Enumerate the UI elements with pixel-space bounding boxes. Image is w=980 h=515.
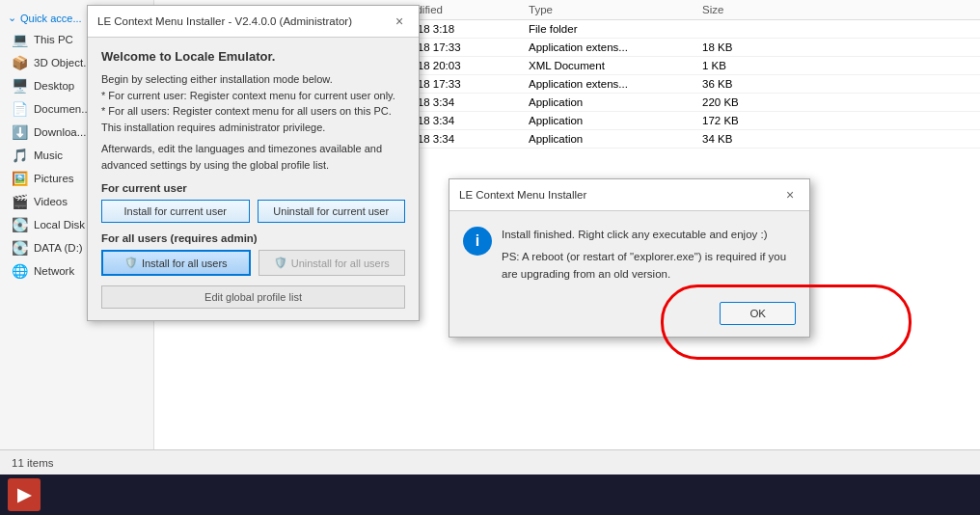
main-dialog-heading: Welcome to Locale Emulator. bbox=[101, 49, 405, 64]
info-text: Install finished. Right click any execut… bbox=[502, 227, 796, 283]
sidebar-thispc-label: This PC bbox=[34, 34, 73, 45]
info-message2: PS: A reboot (or restart of "explorer.ex… bbox=[502, 249, 796, 283]
shield-icon: 🛡️ bbox=[124, 257, 138, 269]
music-icon: 🎵 bbox=[12, 148, 28, 163]
downloads-icon: ⬇️ bbox=[12, 124, 28, 140]
localdisk-icon: 💽 bbox=[12, 217, 28, 232]
main-dialog-titlebar: LE Context Menu Installer - V2.4.0.0 (Ad… bbox=[88, 6, 419, 38]
sidebar-documents-label: Documen... bbox=[34, 103, 91, 115]
sidebar-datad-label: DATA (D:) bbox=[34, 242, 83, 254]
3dobjects-icon: 📦 bbox=[12, 55, 28, 70]
documents-icon: 📄 bbox=[12, 101, 28, 117]
videos-icon: 🎬 bbox=[12, 194, 28, 209]
chevron-icon: ⌄ bbox=[8, 12, 16, 24]
info-dialog-footer: OK bbox=[449, 294, 809, 337]
info-dialog-body: i Install finished. Right click any exec… bbox=[449, 211, 809, 294]
status-bar: 11 items bbox=[0, 449, 980, 474]
installer-info-dialog: LE Context Menu Installer × i Install fi… bbox=[449, 178, 810, 338]
network-icon: 🌐 bbox=[12, 263, 28, 279]
taskbar-app-icon[interactable]: ▶ bbox=[8, 478, 41, 511]
install-current-user-button[interactable]: Install for current user bbox=[101, 200, 250, 223]
main-dialog-description2: Afterwards, edit the languages and timez… bbox=[101, 141, 405, 173]
sidebar-downloads-label: Downloa... bbox=[34, 126, 86, 138]
section-current-user-label: For current user bbox=[101, 182, 405, 194]
sidebar-3dobjects-label: 3D Object... bbox=[34, 57, 93, 68]
install-all-users-button[interactable]: 🛡️ Install for all users bbox=[101, 250, 251, 276]
uninstall-current-user-button[interactable]: Uninstall for current user bbox=[258, 200, 406, 223]
datad-icon: 💽 bbox=[12, 240, 28, 256]
sidebar-pictures-label: Pictures bbox=[34, 173, 74, 184]
main-dialog-description: Begin by selecting either installation m… bbox=[101, 71, 405, 135]
sidebar-network-label: Network bbox=[34, 265, 74, 277]
current-user-buttons: Install for current user Uninstall for c… bbox=[101, 200, 405, 223]
col-header-size[interactable]: Size bbox=[702, 4, 799, 15]
main-dialog-body: Welcome to Locale Emulator. Begin by sel… bbox=[88, 38, 419, 320]
edit-profile-button[interactable]: Edit global profile list bbox=[101, 285, 405, 309]
taskbar: ▶ bbox=[0, 474, 980, 515]
desktop-icon: 🖥️ bbox=[12, 78, 28, 94]
sidebar-desktop-label: Desktop bbox=[34, 80, 74, 92]
info-dialog-titlebar: LE Context Menu Installer × bbox=[449, 179, 809, 211]
quick-access-label: Quick acce... bbox=[20, 13, 82, 24]
ok-button[interactable]: OK bbox=[720, 302, 796, 325]
sidebar-videos-label: Videos bbox=[34, 196, 68, 207]
info-message1: Install finished. Right click any execut… bbox=[502, 227, 796, 243]
section-all-users-label: For all users (requires admin) bbox=[101, 232, 405, 244]
main-dialog-close-button[interactable]: × bbox=[390, 12, 409, 31]
thispc-icon: 💻 bbox=[12, 32, 28, 47]
info-icon: i bbox=[463, 227, 492, 256]
main-dialog-title: LE Context Menu Installer - V2.4.0.0 (Ad… bbox=[97, 15, 352, 27]
info-dialog-title: LE Context Menu Installer bbox=[459, 189, 586, 201]
items-count: 11 items bbox=[12, 457, 53, 469]
info-dialog-close-button[interactable]: × bbox=[780, 185, 800, 204]
installer-main-dialog: LE Context Menu Installer - V2.4.0.0 (Ad… bbox=[87, 5, 420, 321]
uninstall-all-users-button: 🛡️ Uninstall for all users bbox=[259, 250, 406, 276]
pictures-icon: 🖼️ bbox=[12, 171, 28, 186]
col-header-type[interactable]: Type bbox=[529, 4, 702, 15]
shield-icon-disabled: 🛡️ bbox=[274, 257, 287, 269]
all-users-buttons: 🛡️ Install for all users 🛡️ Uninstall fo… bbox=[101, 250, 405, 276]
sidebar-music-label: Music bbox=[34, 149, 63, 161]
sidebar-localdisk-label: Local Disk bbox=[34, 219, 85, 230]
